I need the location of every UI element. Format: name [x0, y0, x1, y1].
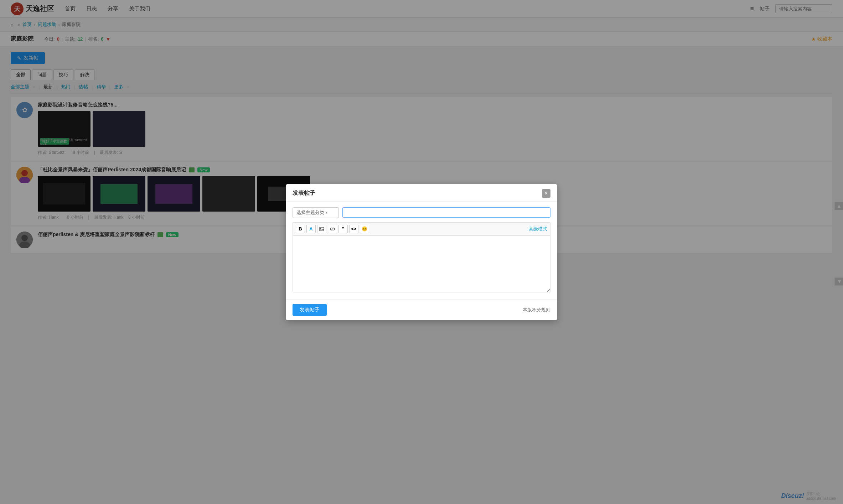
category-label: 选择主题分类	[296, 209, 324, 216]
modal-body: 选择主题分类 ▾ B A	[286, 202, 557, 261]
modal-close-button[interactable]: ×	[542, 189, 550, 198]
quote-button[interactable]: "	[338, 225, 348, 233]
font-color-button[interactable]: A	[306, 225, 316, 233]
editor-toolbar: B A " <> 😊 高级模式	[293, 222, 550, 235]
link-button[interactable]	[328, 225, 337, 233]
post-title-input[interactable]	[342, 207, 550, 218]
image-button[interactable]	[317, 225, 326, 233]
post-modal: 发表帖子 × 选择主题分类 ▾ B A	[286, 184, 557, 261]
modal-header: 发表帖子 ×	[286, 184, 557, 202]
chevron-down-icon: ▾	[326, 211, 327, 214]
bold-button[interactable]: B	[296, 225, 305, 233]
post-editor[interactable]	[293, 235, 550, 261]
modal-title: 发表帖子	[293, 189, 315, 197]
modal-top-row: 选择主题分类 ▾	[293, 207, 550, 218]
modal-overlay[interactable]: 发表帖子 × 选择主题分类 ▾ B A	[0, 0, 843, 261]
svg-rect-6	[320, 227, 324, 231]
advanced-mode-link[interactable]: 高级模式	[529, 226, 547, 232]
emoji-button[interactable]: 😊	[360, 225, 369, 233]
code-button[interactable]: <>	[349, 225, 358, 233]
category-select[interactable]: 选择主题分类 ▾	[293, 207, 339, 218]
